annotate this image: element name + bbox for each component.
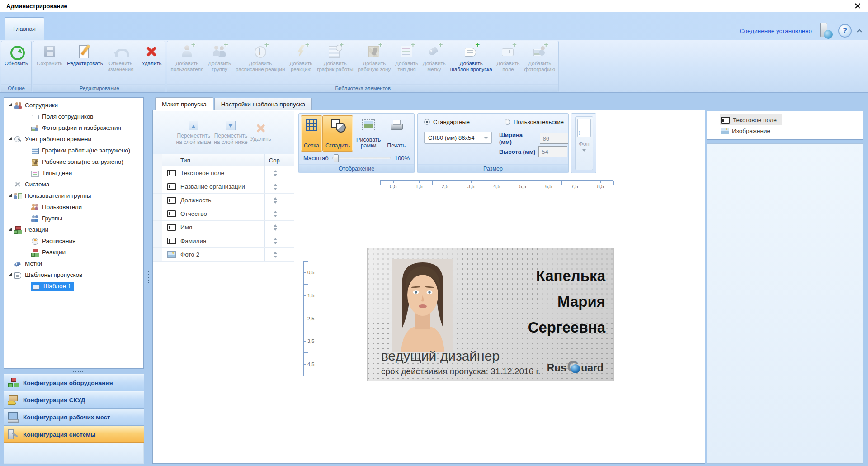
type-column-header[interactable]: Тип [180, 157, 264, 164]
sort-up-button[interactable] [274, 168, 277, 172]
tab-badge-layout[interactable]: Макет пропуска [155, 97, 213, 110]
toolbox-text-field[interactable]: Текстовое поле [720, 114, 782, 125]
height-field[interactable]: 54 [538, 146, 567, 157]
order-column-header[interactable]: Сор. [264, 154, 285, 166]
badge-photo[interactable] [392, 259, 453, 352]
delete-layer-button[interactable]: Удалить [250, 123, 271, 142]
row-selector-cell[interactable] [153, 221, 162, 234]
scale-slider-thumb[interactable] [334, 154, 339, 162]
sort-down-button[interactable] [274, 201, 277, 205]
add-work-schedule-button[interactable]: Добавитьграфик работы [315, 42, 355, 84]
expander-icon[interactable] [9, 273, 12, 276]
nav-button-acs-config[interactable]: Конфигурация СКУД [4, 391, 144, 409]
smooth-toggle-button[interactable]: Сгладить [322, 115, 353, 152]
width-field[interactable]: 86 [540, 133, 568, 144]
layer-row[interactable]: Отчество [153, 207, 294, 221]
maximize-button[interactable] [826, 0, 847, 12]
ribbon-tab-home[interactable]: Главная [5, 17, 44, 40]
tab-template-settings[interactable]: Настройки шаблона пропуска [214, 98, 312, 110]
row-selector-cell[interactable] [153, 248, 162, 261]
sort-up-button[interactable] [274, 223, 277, 227]
badge-name-block[interactable]: Капелька Мария Сергеевна [528, 263, 605, 340]
tree-item-work-zones[interactable]: Рабочие зоны(не загружено) [4, 156, 143, 167]
print-button[interactable]: Печать [384, 115, 409, 152]
tree-item-users-and-groups[interactable]: Пользователи и группы [4, 190, 143, 201]
minimize-button[interactable] [806, 0, 826, 12]
sort-down-button[interactable] [274, 215, 277, 219]
row-selector-cell[interactable] [153, 234, 162, 247]
tree-item-badge-templates[interactable]: Шаблоны пропусков [4, 269, 143, 281]
collapse-ribbon-icon[interactable] [856, 29, 863, 33]
standard-size-radio[interactable]: Стандартные [424, 119, 470, 125]
layer-row[interactable]: Имя [153, 221, 294, 234]
sort-down-button[interactable] [274, 188, 277, 192]
scale-slider[interactable] [332, 157, 391, 159]
vertical-splitter[interactable] [146, 97, 151, 464]
add-field-button[interactable]: Добавитьполе [495, 42, 522, 84]
row-selector-cell[interactable] [153, 194, 162, 207]
nav-button-workstation-config[interactable]: Конфигурация рабочих мест [4, 409, 144, 426]
layer-row[interactable]: Название организации [153, 180, 294, 194]
add-group-button[interactable]: Добавитьгруппу [206, 42, 233, 84]
tree-item-work-schedules[interactable]: Графики работы(не загружено) [4, 145, 143, 156]
sort-up-button[interactable] [274, 195, 277, 200]
add-badge-template-button[interactable]: Добавитьшаблон пропуска [448, 42, 495, 84]
draw-frames-button[interactable]: Рисоватьрамки [353, 115, 384, 152]
tree-item-employee-fields[interactable]: Поля сотрудников [4, 111, 143, 122]
add-photo-button[interactable]: Добавитьфотографию [522, 42, 557, 84]
sort-down-button[interactable] [274, 242, 277, 246]
sort-down-button[interactable] [274, 228, 277, 233]
badge-validity-text[interactable]: срок действивия пропуска: 31.12.2016 г. [381, 366, 540, 376]
move-layer-up-button[interactable]: Переместитьна слой выше [176, 119, 211, 145]
tree-item-tags[interactable]: Метки [4, 258, 143, 269]
layer-row[interactable]: Фото 2 [153, 248, 294, 262]
edit-button[interactable]: Редактировать [65, 42, 105, 84]
sort-up-button[interactable] [274, 209, 277, 213]
tree-item-employees[interactable]: Сотрудники [4, 100, 143, 111]
tree-item-schedules[interactable]: Расписания [4, 235, 143, 247]
sort-down-button[interactable] [274, 256, 277, 260]
row-selector-cell[interactable] [153, 207, 162, 220]
expander-icon[interactable] [9, 194, 12, 197]
tree-item-time-tracking[interactable]: Учет рабочего времени [4, 133, 143, 145]
save-button[interactable]: Сохранить [34, 42, 65, 84]
add-day-type-button[interactable]: Добавитьтип дня [393, 42, 420, 84]
sort-up-button[interactable] [274, 182, 277, 186]
add-tag-button[interactable]: Добавитьметку [420, 42, 448, 84]
tree-item-reactions[interactable]: Реакции [4, 224, 143, 235]
expander-icon[interactable] [9, 228, 12, 231]
layer-row[interactable]: Текстовое поле [153, 166, 294, 180]
add-reaction-schedule-button[interactable]: Добавитьрасписание реакции [233, 42, 287, 84]
custom-size-radio[interactable]: Пользовательские [505, 119, 564, 125]
row-selector-cell[interactable] [153, 166, 162, 180]
add-work-zone-button[interactable]: Добавитьрабочую зону [355, 42, 393, 84]
toolbox-image[interactable]: Изображение [720, 125, 776, 136]
badge-position-text[interactable]: ведущий дизайнер [381, 348, 500, 364]
tree-item-photos-images[interactable]: Фотографии и изображения [4, 122, 143, 133]
tree-item-groups[interactable]: Группы [4, 213, 143, 224]
add-user-button[interactable]: Добавитьпользователя [168, 42, 206, 84]
add-reaction-button[interactable]: Добавитьреакцию [287, 42, 315, 84]
move-layer-down-button[interactable]: Переместитьна слой ниже [214, 119, 248, 145]
layer-row[interactable]: Должность [153, 194, 294, 207]
grid-toggle-button[interactable]: Сетка [301, 115, 322, 152]
close-button[interactable] [847, 0, 868, 12]
help-button[interactable] [838, 24, 852, 38]
card-preset-select[interactable]: CR80 (мм) 86x54 [424, 132, 492, 144]
nav-button-system-config[interactable]: Конфигурация системы [4, 426, 144, 443]
tree-item-day-types[interactable]: Типы дней [4, 167, 143, 179]
layer-row[interactable]: Фамилия [153, 234, 294, 248]
tree-splitter-grip[interactable] [4, 370, 144, 374]
sort-down-button[interactable] [274, 174, 277, 178]
background-button[interactable]: Фон [575, 116, 593, 170]
tree-item-reactions-item[interactable]: Реакции [4, 247, 143, 258]
badge-preview[interactable]: Капелька Мария Сергеевна ведущий дизайне… [368, 248, 613, 381]
delete-button[interactable]: Удалить [139, 42, 164, 84]
tree-item-users[interactable]: Пользователи [4, 201, 143, 213]
undo-changes-button[interactable]: Отменитьизменения [105, 42, 136, 84]
tree-item-system[interactable]: Система [4, 179, 143, 190]
refresh-button[interactable]: Обновить [2, 42, 30, 84]
nav-button-hardware-config[interactable]: Конфигурация оборудования [4, 374, 144, 391]
sort-up-button[interactable] [274, 236, 277, 240]
tree-item-template-1[interactable]: Шаблон 1 [4, 281, 143, 292]
